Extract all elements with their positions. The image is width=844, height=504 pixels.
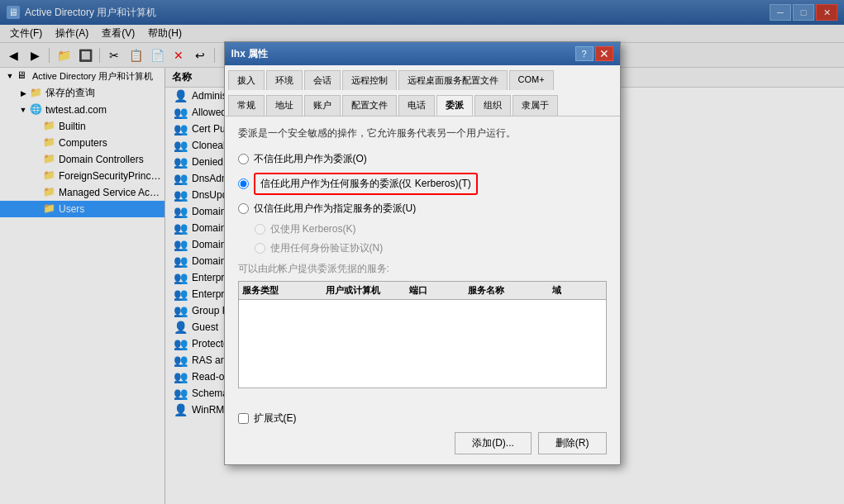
expand-checkbox-row[interactable]: 扩展式(E) [238, 411, 607, 426]
col-port: 端口 [409, 284, 468, 297]
dialog-help-button[interactable]: ? [575, 46, 594, 61]
delegation-sub-option2[interactable]: 使用任何身份验证协议(N) [255, 241, 607, 255]
dialog-footer: 扩展式(E) 添加(D)... 删除(R) [225, 407, 620, 464]
tab-dialin[interactable]: 拨入 [228, 70, 265, 90]
services-table: 服务类型 用户或计算机 端口 服务名称 域 [238, 281, 607, 388]
dialog-title: lhx 属性 [231, 47, 269, 61]
services-table-header: 服务类型 用户或计算机 端口 服务名称 域 [239, 282, 606, 300]
tab-com[interactable]: COM+ [509, 70, 554, 90]
col-service-name: 服务名称 [468, 284, 551, 297]
tab-rdp-profile[interactable]: 远程桌面服务配置文件 [398, 70, 508, 90]
delegation-sub-option2-label: 使用任何身份验证协议(N) [270, 241, 384, 255]
add-button[interactable]: 添加(D)... [455, 432, 532, 454]
tabs-top-row: 拨入 环境 会话 远程控制 远程桌面服务配置文件 COM+ [225, 65, 620, 90]
dialog-action-buttons: 添加(D)... 删除(R) [238, 432, 607, 454]
dialog-title-controls: ? ✕ [575, 46, 613, 61]
remove-button[interactable]: 删除(R) [538, 432, 607, 454]
tabs-bottom-row: 常规 地址 账户 配置文件 电话 委派 组织 隶属于 [225, 90, 620, 116]
tab-account[interactable]: 账户 [304, 95, 341, 116]
tab-session[interactable]: 会话 [304, 70, 341, 90]
delegation-sub-radio-1[interactable] [255, 224, 265, 235]
col-service-type: 服务类型 [242, 284, 326, 297]
col-domain: 域 [552, 284, 603, 297]
delegation-description: 委派是一个安全敏感的操作，它允许服务代表另一个用户运行。 [238, 126, 607, 140]
tab-environment[interactable]: 环境 [266, 70, 303, 90]
delegation-option3-label: 仅信任此用户作为指定服务的委派(U) [254, 202, 417, 216]
dialog-title-bar: lhx 属性 ? ✕ [225, 42, 620, 65]
tab-general[interactable]: 常规 [228, 95, 265, 116]
tab-phone[interactable]: 电话 [398, 95, 435, 116]
tab-address[interactable]: 地址 [266, 95, 303, 116]
tab-profile[interactable]: 配置文件 [342, 95, 397, 116]
services-table-body [239, 300, 606, 383]
delegation-option1-label: 不信任此用户作为委派(O) [254, 152, 367, 166]
delegation-radio-2[interactable] [238, 178, 249, 189]
tab-org[interactable]: 组织 [474, 95, 511, 116]
delegation-option1[interactable]: 不信任此用户作为委派(O) [238, 152, 607, 166]
services-label: 可以由此帐户提供委派凭据的服务: [238, 262, 607, 276]
tab-member-of[interactable]: 隶属于 [513, 95, 558, 116]
properties-dialog: lhx 属性 ? ✕ 拨入 环境 会话 远程控制 远程桌面服务配置文件 COM+… [224, 41, 621, 465]
dialog-overlay: lhx 属性 ? ✕ 拨入 环境 会话 远程控制 远程桌面服务配置文件 COM+… [0, 0, 844, 504]
delegation-radio-3[interactable] [238, 203, 249, 214]
col-user-computer: 用户或计算机 [326, 284, 409, 297]
dialog-close-button[interactable]: ✕ [595, 46, 613, 61]
expand-label: 扩展式(E) [254, 411, 297, 426]
tab-delegation[interactable]: 委派 [436, 95, 473, 116]
delegation-option2[interactable]: 信任此用户作为任何服务的委派(仅 Kerberos)(T) [238, 173, 607, 195]
delegation-radio-1[interactable] [238, 154, 249, 164]
delegation-option3[interactable]: 仅信任此用户作为指定服务的委派(U) [238, 202, 607, 216]
delegation-option2-highlight: 信任此用户作为任何服务的委派(仅 Kerberos)(T) [254, 173, 478, 195]
expand-checkbox[interactable] [238, 413, 249, 424]
delegation-option2-label: 信任此用户作为任何服务的委派(仅 Kerberos)(T) [260, 177, 471, 191]
tab-remote-control[interactable]: 远程控制 [342, 70, 397, 90]
delegation-sub-radio-2[interactable] [255, 243, 265, 254]
delegation-sub-option1-label: 仅使用 Kerberos(K) [270, 222, 356, 236]
delegation-sub-options: 仅使用 Kerberos(K) 使用任何身份验证协议(N) [255, 222, 607, 255]
dialog-content: 委派是一个安全敏感的操作，它允许服务代表另一个用户运行。 不信任此用户作为委派(… [225, 116, 620, 407]
delegation-sub-option1[interactable]: 仅使用 Kerberos(K) [255, 222, 607, 236]
